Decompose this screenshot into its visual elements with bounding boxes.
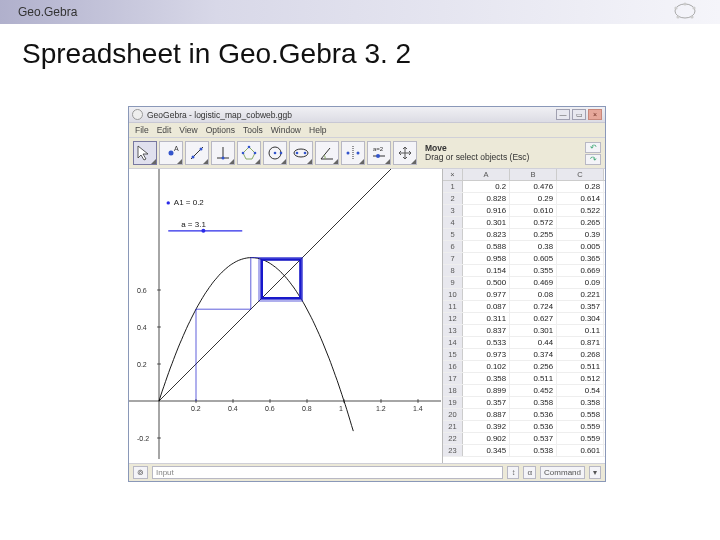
statusbar-symbol-dd[interactable]: ↕: [507, 466, 519, 479]
spreadsheet-cell[interactable]: 0.102: [463, 361, 510, 372]
column-header[interactable]: A: [463, 169, 510, 180]
tool-polygon[interactable]: [237, 141, 261, 165]
spreadsheet-cell[interactable]: 0.374: [510, 349, 557, 360]
spreadsheet-corner[interactable]: ×: [443, 169, 463, 180]
spreadsheet-cell[interactable]: 0.837: [463, 325, 510, 336]
row-header[interactable]: 16: [443, 361, 463, 372]
statusbar-command-dd[interactable]: ▾: [589, 466, 601, 479]
spreadsheet-cell[interactable]: 0.268: [557, 349, 604, 360]
row-header[interactable]: 17: [443, 373, 463, 384]
row-header[interactable]: 21: [443, 421, 463, 432]
spreadsheet-cell[interactable]: 0.154: [463, 265, 510, 276]
spreadsheet-cell[interactable]: 0.358: [510, 397, 557, 408]
redo-button[interactable]: ↷: [585, 154, 601, 165]
statusbar-left-button[interactable]: ⊚: [133, 466, 148, 479]
spreadsheet-cell[interactable]: 0.601: [557, 445, 604, 456]
spreadsheet-cell[interactable]: 0.588: [463, 241, 510, 252]
spreadsheet-cell[interactable]: 0.533: [463, 337, 510, 348]
spreadsheet-cell[interactable]: 0.724: [510, 301, 557, 312]
spreadsheet-cell[interactable]: 0.871: [557, 337, 604, 348]
spreadsheet-cell[interactable]: 0.538: [510, 445, 557, 456]
spreadsheet-cell[interactable]: 0.29: [510, 193, 557, 204]
tool-ellipse[interactable]: [289, 141, 313, 165]
spreadsheet-cell[interactable]: 0.887: [463, 409, 510, 420]
row-header[interactable]: 19: [443, 397, 463, 408]
spreadsheet-cell[interactable]: 0.44: [510, 337, 557, 348]
spreadsheet-cell[interactable]: 0.828: [463, 193, 510, 204]
tool-move-view[interactable]: [393, 141, 417, 165]
tool-move[interactable]: [133, 141, 157, 165]
tool-line[interactable]: [185, 141, 209, 165]
column-header[interactable]: C: [557, 169, 604, 180]
spreadsheet-cell[interactable]: 0.558: [557, 409, 604, 420]
spreadsheet-cell[interactable]: 0.469: [510, 277, 557, 288]
column-header[interactable]: B: [510, 169, 557, 180]
spreadsheet-cell[interactable]: 0.38: [510, 241, 557, 252]
spreadsheet-cell[interactable]: 0.301: [510, 325, 557, 336]
spreadsheet-view[interactable]: ×ABC 10.20.4760.2820.8280.290.61430.9160…: [443, 169, 605, 463]
spreadsheet-cell[interactable]: 0.452: [510, 385, 557, 396]
menu-view[interactable]: View: [179, 125, 197, 135]
spreadsheet-cell[interactable]: 0.823: [463, 229, 510, 240]
row-header[interactable]: 13: [443, 325, 463, 336]
menu-window[interactable]: Window: [271, 125, 301, 135]
spreadsheet-cell[interactable]: 0.511: [510, 373, 557, 384]
row-header[interactable]: 23: [443, 445, 463, 456]
graphics-view[interactable]: 0.20.40.60.811.21.4-0.20.20.40.6A1 = 0.2…: [129, 169, 443, 463]
spreadsheet-cell[interactable]: 0.357: [463, 397, 510, 408]
spreadsheet-cell[interactable]: 0.11: [557, 325, 604, 336]
row-header[interactable]: 6: [443, 241, 463, 252]
spreadsheet-cell[interactable]: 0.512: [557, 373, 604, 384]
spreadsheet-cell[interactable]: 0.511: [557, 361, 604, 372]
spreadsheet-cell[interactable]: 0.358: [557, 397, 604, 408]
spreadsheet-cell[interactable]: 0.265: [557, 217, 604, 228]
menu-help[interactable]: Help: [309, 125, 326, 135]
spreadsheet-cell[interactable]: 0.301: [463, 217, 510, 228]
tool-reflect[interactable]: [341, 141, 365, 165]
menu-options[interactable]: Options: [206, 125, 235, 135]
statusbar-alpha-dd[interactable]: α: [523, 466, 536, 479]
row-header[interactable]: 4: [443, 217, 463, 228]
spreadsheet-cell[interactable]: 0.902: [463, 433, 510, 444]
spreadsheet-cell[interactable]: 0.357: [557, 301, 604, 312]
spreadsheet-cell[interactable]: 0.221: [557, 289, 604, 300]
spreadsheet-cell[interactable]: 0.958: [463, 253, 510, 264]
spreadsheet-cell[interactable]: 0.304: [557, 313, 604, 324]
menu-edit[interactable]: Edit: [157, 125, 172, 135]
spreadsheet-cell[interactable]: 0.256: [510, 361, 557, 372]
menu-file[interactable]: File: [135, 125, 149, 135]
spreadsheet-cell[interactable]: 0.087: [463, 301, 510, 312]
spreadsheet-cell[interactable]: 0.614: [557, 193, 604, 204]
tool-slider[interactable]: a=2: [367, 141, 391, 165]
spreadsheet-cell[interactable]: 0.365: [557, 253, 604, 264]
row-header[interactable]: 22: [443, 433, 463, 444]
row-header[interactable]: 18: [443, 385, 463, 396]
spreadsheet-cell[interactable]: 0.39: [557, 229, 604, 240]
spreadsheet-cell[interactable]: 0.28: [557, 181, 604, 192]
row-header[interactable]: 10: [443, 289, 463, 300]
row-header[interactable]: 15: [443, 349, 463, 360]
input-bar[interactable]: Input: [152, 466, 503, 479]
spreadsheet-cell[interactable]: 0.345: [463, 445, 510, 456]
tool-perpendicular[interactable]: [211, 141, 235, 165]
minimize-button[interactable]: —: [556, 109, 570, 120]
spreadsheet-cell[interactable]: 0.627: [510, 313, 557, 324]
spreadsheet-cell[interactable]: 0.537: [510, 433, 557, 444]
spreadsheet-cell[interactable]: 0.536: [510, 421, 557, 432]
spreadsheet-cell[interactable]: 0.311: [463, 313, 510, 324]
spreadsheet-cell[interactable]: 0.005: [557, 241, 604, 252]
row-header[interactable]: 3: [443, 205, 463, 216]
spreadsheet-cell[interactable]: 0.500: [463, 277, 510, 288]
spreadsheet-cell[interactable]: 0.355: [510, 265, 557, 276]
spreadsheet-cell[interactable]: 0.358: [463, 373, 510, 384]
spreadsheet-cell[interactable]: 0.392: [463, 421, 510, 432]
row-header[interactable]: 5: [443, 229, 463, 240]
spreadsheet-cell[interactable]: 0.08: [510, 289, 557, 300]
spreadsheet-cell[interactable]: 0.476: [510, 181, 557, 192]
spreadsheet-cell[interactable]: 0.973: [463, 349, 510, 360]
undo-button[interactable]: ↶: [585, 142, 601, 153]
spreadsheet-cell[interactable]: 0.610: [510, 205, 557, 216]
row-header[interactable]: 8: [443, 265, 463, 276]
spreadsheet-cell[interactable]: 0.2: [463, 181, 510, 192]
row-header[interactable]: 11: [443, 301, 463, 312]
